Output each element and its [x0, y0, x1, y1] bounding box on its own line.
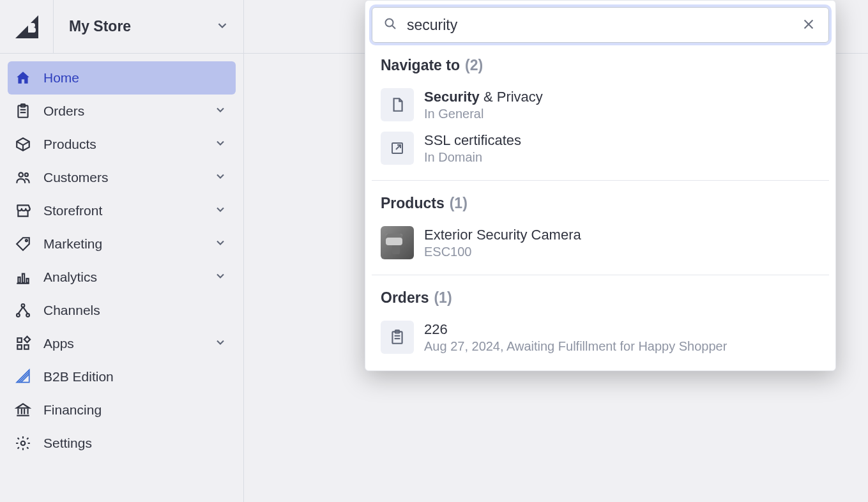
sidebar-item-label: Customers — [43, 170, 214, 185]
store-name: My Store — [69, 18, 131, 35]
sidebar-item-label: Orders — [43, 103, 214, 119]
svg-rect-19 — [24, 345, 28, 349]
gear-icon — [14, 434, 32, 452]
search-result-security-privacy[interactable]: Security & Privacy In General — [381, 83, 820, 126]
logo — [0, 0, 54, 53]
page-icon — [381, 88, 414, 121]
sidebar-item-label: Storefront — [43, 203, 214, 218]
external-link-icon — [381, 132, 414, 165]
search-result-ssl-certificates[interactable]: SSL certificates In Domain — [381, 126, 820, 170]
search-panel: Navigate to (2) Security & Privacy In Ge… — [365, 0, 836, 371]
svg-point-6 — [25, 173, 28, 176]
storefront-icon — [14, 202, 32, 220]
sidebar-item-channels[interactable]: Channels — [8, 294, 236, 327]
bar-chart-icon — [14, 268, 32, 286]
close-button[interactable] — [799, 15, 818, 36]
chevron-down-icon — [214, 137, 227, 152]
sidebar-item-label: Analytics — [43, 270, 214, 285]
home-icon — [14, 69, 32, 87]
result-text: Security & Privacy In General — [424, 89, 543, 121]
sidebar-item-label: B2B Edition — [43, 369, 227, 384]
search-group-navigate: Navigate to (2) Security & Privacy In Ge… — [372, 43, 829, 181]
svg-point-7 — [26, 240, 27, 241]
sidebar-item-analytics[interactable]: Analytics — [8, 261, 236, 294]
product-thumbnail — [381, 226, 414, 259]
svg-point-27 — [386, 19, 393, 27]
chevron-down-icon — [214, 170, 227, 185]
sidebar-item-label: Home — [43, 70, 227, 86]
sidebar-item-settings[interactable]: Settings — [8, 427, 236, 460]
sidebar-item-orders[interactable]: Orders — [8, 95, 236, 128]
svg-point-12 — [22, 304, 25, 307]
result-text: Exterior Security Camera ESC100 — [424, 227, 581, 259]
group-header: Navigate to (2) — [381, 57, 820, 74]
sidebar-item-label: Settings — [43, 436, 227, 451]
result-subtitle: In General — [424, 107, 543, 121]
svg-rect-11 — [26, 278, 28, 283]
sidebar-item-label: Products — [43, 137, 214, 152]
sidebar-item-apps[interactable]: Apps — [8, 327, 236, 360]
group-count: (1) — [450, 195, 468, 212]
group-count: (2) — [465, 57, 483, 74]
chevron-down-icon — [214, 236, 227, 252]
store-selector[interactable]: My Store — [54, 0, 244, 53]
search-group-products: Products (1) Exterior Security Camera ES… — [372, 181, 829, 275]
close-icon — [802, 24, 816, 33]
result-title: SSL certificates — [424, 132, 521, 149]
svg-point-5 — [19, 172, 24, 177]
sidebar-item-label: Channels — [43, 303, 227, 318]
sidebar-item-marketing[interactable]: Marketing — [8, 227, 236, 261]
group-count: (1) — [434, 289, 452, 307]
sidebar-item-b2b[interactable]: B2B Edition — [8, 360, 236, 393]
svg-point-26 — [21, 441, 26, 446]
sidebar: Home Orders Products Customers Storefron… — [0, 54, 244, 502]
b2b-icon — [14, 368, 32, 386]
svg-rect-10 — [22, 274, 24, 283]
result-subtitle: Aug 27, 2024, Awaiting Fulfillment for H… — [424, 339, 727, 354]
sidebar-item-products[interactable]: Products — [8, 128, 236, 161]
sidebar-item-label: Apps — [43, 336, 214, 351]
svg-line-28 — [392, 26, 395, 29]
result-title: Security & Privacy — [424, 89, 543, 105]
chevron-down-icon — [214, 336, 227, 351]
people-icon — [14, 169, 32, 186]
channels-icon — [14, 301, 32, 319]
search-group-orders: Orders (1) 226 Aug 27, 2024, Awaiting Fu… — [372, 275, 829, 364]
box-icon — [14, 135, 32, 153]
sidebar-item-label: Marketing — [43, 236, 214, 252]
svg-point-14 — [26, 314, 29, 317]
chevron-down-icon — [214, 103, 227, 119]
result-subtitle: In Domain — [424, 150, 521, 165]
apps-icon — [14, 335, 32, 353]
svg-rect-20 — [24, 337, 30, 342]
svg-rect-18 — [17, 345, 21, 349]
order-icon — [381, 321, 414, 354]
sidebar-item-financing[interactable]: Financing — [8, 393, 236, 427]
svg-rect-9 — [18, 277, 20, 283]
bank-icon — [14, 401, 32, 419]
result-text: SSL certificates In Domain — [424, 132, 521, 165]
sidebar-item-storefront[interactable]: Storefront — [8, 194, 236, 227]
result-subtitle: ESC100 — [424, 245, 581, 259]
svg-point-13 — [17, 314, 20, 317]
chevron-down-icon — [214, 203, 227, 218]
search-result-product-camera[interactable]: Exterior Security Camera ESC100 — [381, 221, 820, 264]
search-result-order-226[interactable]: 226 Aug 27, 2024, Awaiting Fulfillment f… — [381, 316, 820, 359]
sidebar-item-customers[interactable]: Customers — [8, 161, 236, 194]
search-icon — [383, 16, 398, 34]
clipboard-icon — [14, 102, 32, 120]
group-title: Products — [381, 195, 445, 212]
bigcommerce-logo-icon — [14, 14, 40, 40]
result-title: 226 — [424, 321, 727, 338]
search-box — [372, 7, 829, 43]
group-header: Products (1) — [381, 195, 820, 212]
chevron-down-icon — [215, 19, 229, 35]
svg-line-16 — [23, 307, 28, 314]
tag-icon — [14, 235, 32, 253]
search-input[interactable] — [407, 17, 790, 34]
group-header: Orders (1) — [381, 289, 820, 307]
chevron-down-icon — [214, 270, 227, 285]
sidebar-item-home[interactable]: Home — [8, 61, 236, 95]
group-title: Orders — [381, 289, 429, 307]
svg-line-15 — [18, 307, 23, 314]
